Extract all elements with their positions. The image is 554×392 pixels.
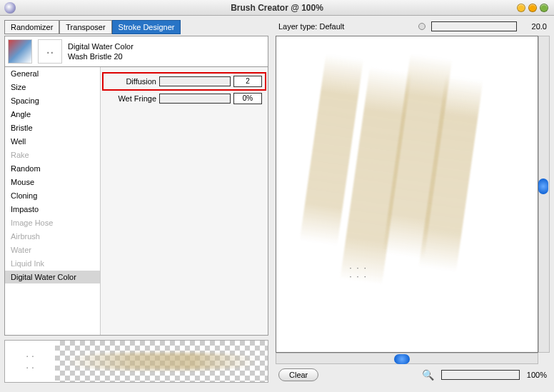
layer-type-row: Layer type: Default 20.0 [276, 20, 550, 36]
category-item-image-hose: Image Hose [5, 216, 100, 230]
category-item-general[interactable]: General [5, 67, 100, 81]
brush-category-icon[interactable] [8, 39, 32, 64]
category-item-angle[interactable]: Angle [5, 108, 100, 121]
category-item-digital-water-color[interactable]: Digital Water Color [5, 271, 100, 284]
magnifier-icon[interactable]: 🔍 [422, 369, 434, 381]
maximize-button[interactable] [528, 4, 537, 12]
zoom-value[interactable]: 100% [527, 371, 547, 379]
stroke-preview [55, 341, 268, 382]
brush-size-value[interactable]: 20.0 [523, 22, 547, 31]
brush-category-label: Digital Water Color [68, 42, 134, 51]
category-item-impasto[interactable]: Impasto [5, 203, 100, 216]
vertical-scroll-thumb[interactable] [538, 179, 548, 194]
canvas-area: · · ·· · · [276, 36, 550, 364]
diffusion-row: Diffusion 2 [102, 72, 266, 91]
tab-bar: Randomizer Transposer Stroke Designer [4, 20, 268, 34]
clear-button[interactable]: Clear [278, 368, 318, 381]
wetfringe-row: Wet Fringe 0% [106, 93, 262, 104]
category-item-well[interactable]: Well [5, 135, 100, 149]
bottom-toolbar: Clear 🔍 100% [276, 364, 550, 383]
window-title: Brush Creator @ 100% [0, 3, 554, 13]
zoom-slider[interactable] [441, 370, 520, 380]
controls-panel: Diffusion 2 Wet Fringe 0% [101, 67, 268, 335]
tab-randomizer[interactable]: Randomizer [4, 20, 59, 34]
brush-dab-icon[interactable] [38, 39, 62, 64]
dab-preview: · ·· · [5, 341, 55, 382]
brush-variant-label: Wash Bristle 20 [68, 52, 134, 61]
category-item-random[interactable]: Random [5, 162, 100, 176]
category-item-liquid-ink: Liquid Ink [5, 257, 100, 271]
category-item-cloning[interactable]: Cloning [5, 189, 100, 203]
painted-strokes [303, 56, 512, 324]
minimize-button[interactable] [517, 4, 525, 12]
close-button[interactable] [540, 4, 548, 12]
wetfringe-slider[interactable] [159, 94, 231, 104]
category-list: GeneralSizeSpacingAngleBristleWellRakeRa… [5, 67, 101, 335]
layer-type-label: Layer type: Default [278, 22, 344, 31]
preview-strip: · ·· · [4, 340, 268, 383]
diffusion-slider[interactable] [159, 76, 231, 86]
preview-canvas[interactable]: · · ·· · · [276, 36, 538, 353]
category-item-spacing[interactable]: Spacing [5, 94, 100, 108]
category-item-mouse[interactable]: Mouse [5, 176, 100, 189]
size-expression-icon[interactable] [418, 23, 425, 30]
category-item-bristle[interactable]: Bristle [5, 121, 100, 135]
tab-stroke-designer[interactable]: Stroke Designer [112, 20, 181, 34]
horizontal-scrollbar[interactable] [276, 353, 538, 364]
wetfringe-label: Wet Fringe [106, 94, 156, 103]
brush-cursor: · · ·· · · [349, 263, 367, 281]
brush-size-slider[interactable] [431, 21, 517, 31]
horizontal-scroll-thumb[interactable] [394, 354, 410, 364]
category-item-airbrush: Airbrush [5, 230, 100, 243]
diffusion-value[interactable]: 2 [233, 76, 262, 87]
window-titlebar: Brush Creator @ 100% [0, 0, 554, 16]
vertical-scrollbar[interactable] [538, 36, 550, 353]
diffusion-label: Diffusion [106, 77, 156, 86]
brush-selector[interactable]: Digital Water Color Wash Bristle 20 [4, 36, 268, 67]
category-item-rake: Rake [5, 149, 100, 162]
category-item-size[interactable]: Size [5, 81, 100, 94]
wetfringe-value[interactable]: 0% [233, 93, 262, 104]
category-item-water: Water [5, 243, 100, 257]
tab-transposer[interactable]: Transposer [59, 20, 111, 34]
